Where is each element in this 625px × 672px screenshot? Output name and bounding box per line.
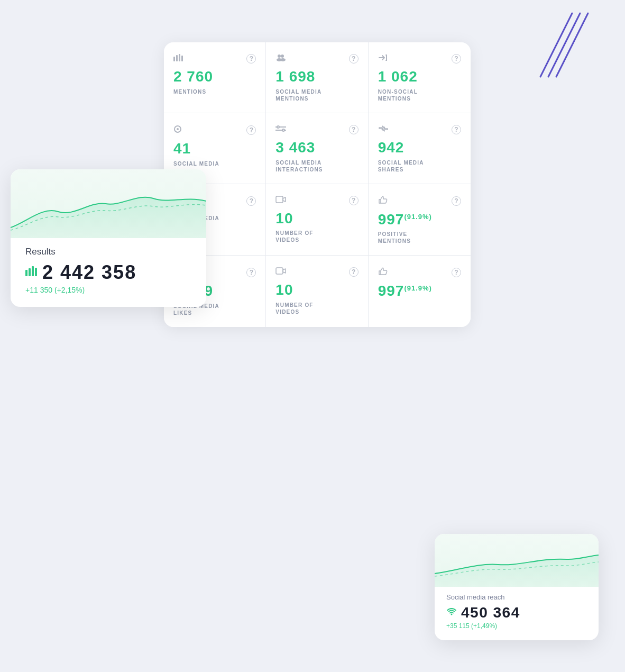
metric-shares: ? 942 SOCIAL MEDIASHARES xyxy=(369,113,471,184)
metric-positive-2: ? 997(91.9%) xyxy=(369,256,471,327)
video-icon xyxy=(275,196,286,205)
svg-point-7 xyxy=(278,55,281,58)
reach-chart xyxy=(435,534,599,587)
svg-rect-20 xyxy=(25,270,27,276)
metric-value-videos1: 10 xyxy=(275,211,293,227)
metric-interactions: ? 3 463 SOCIAL MEDIAINTERACTIONS xyxy=(266,113,368,184)
metric-label-social-mentions: SOCIAL MEDIAMENTIONS xyxy=(275,88,321,102)
metric-videos-1: ? 10 NUMBER OFVIDEOS xyxy=(266,184,368,256)
wifi-icon xyxy=(446,607,457,619)
metric-value-shares: 942 xyxy=(378,140,405,156)
metric-non-social: ? 1 062 NON-SOCIALMENTIONS xyxy=(369,42,471,113)
metric-social-mentions: ? 1 698 SOCIAL MEDIAMENTIONS xyxy=(266,42,368,113)
help-icon-12[interactable]: ? xyxy=(452,268,461,277)
metric-label-positive: POSITIVEMENTIONS xyxy=(378,231,411,244)
metric-value-social-mentions: 1 698 xyxy=(275,69,315,85)
positive2-sup: (91.9%) xyxy=(404,284,432,292)
reach-main-row: 450 364 xyxy=(446,604,587,621)
help-icon-2[interactable]: ? xyxy=(349,54,359,63)
metric-value-positive2: 997(91.9%) xyxy=(378,283,432,299)
results-body: Results 2 442 358 +11 350 (+2,15%) xyxy=(11,238,206,294)
circle-icon xyxy=(173,125,182,135)
metric-videos-2: ? 10 NUMBER OFVIDEOS xyxy=(266,256,368,327)
thumbup-icon xyxy=(378,196,388,206)
help-icon-9[interactable]: ? xyxy=(452,196,461,206)
metric-label-shares: SOCIAL MEDIASHARES xyxy=(378,159,424,173)
help-icon-6[interactable]: ? xyxy=(452,125,461,134)
filter-icon xyxy=(275,125,286,134)
metric-label-mentions: MENTIONS xyxy=(173,88,206,95)
metrics-card: ? 2 760 MENTIONS ? 1 698 SOCIAL MEDIAMEN… xyxy=(164,42,471,327)
svg-rect-23 xyxy=(35,268,37,276)
svg-rect-22 xyxy=(32,266,34,276)
share-arrow-icon xyxy=(378,54,388,63)
metric-mentions: ? 2 760 MENTIONS xyxy=(164,42,266,113)
metric-label-partial1: SOCIAL MEDIA xyxy=(173,160,219,167)
metric-label-interactions: SOCIAL MEDIAINTERACTIONS xyxy=(275,159,323,173)
metric-label-videos1: NUMBER OFVIDEOS xyxy=(275,230,313,243)
svg-rect-5 xyxy=(179,54,180,61)
bar-chart-green-icon xyxy=(25,266,37,279)
reach-title: Social media reach xyxy=(446,593,587,601)
metric-value-non-social: 1 062 xyxy=(378,69,418,85)
metrics-grid: ? 2 760 MENTIONS ? 1 698 SOCIAL MEDIAMEN… xyxy=(164,42,471,327)
help-icon-4[interactable]: ? xyxy=(246,125,256,135)
thumbup2-icon xyxy=(378,267,388,278)
svg-rect-3 xyxy=(173,57,175,61)
svg-point-8 xyxy=(281,55,284,58)
results-chart xyxy=(11,169,206,238)
metric-value-mentions: 2 760 xyxy=(173,69,213,85)
positive-sup: (91.9%) xyxy=(404,212,432,220)
svg-point-12 xyxy=(177,128,179,130)
help-icon-10[interactable]: ? xyxy=(246,268,256,277)
metric-value-partial1: 41 xyxy=(173,141,191,157)
metric-value-videos2: 10 xyxy=(275,282,293,298)
help-icon-11[interactable]: ? xyxy=(349,267,359,277)
svg-line-0 xyxy=(540,13,572,77)
help-icon-8[interactable]: ? xyxy=(349,196,359,205)
help-icon-1[interactable]: ? xyxy=(246,54,256,63)
video2-icon xyxy=(275,267,286,277)
metric-label-videos2: NUMBER OFVIDEOS xyxy=(275,302,313,315)
svg-rect-19 xyxy=(276,268,283,274)
retweet-icon xyxy=(378,125,389,134)
metric-label-non-social: NON-SOCIALMENTIONS xyxy=(378,88,418,102)
svg-rect-4 xyxy=(176,55,178,61)
results-widget: Results 2 442 358 +11 350 (+2,15%) xyxy=(11,169,206,307)
svg-point-10 xyxy=(280,58,286,61)
decorative-lines xyxy=(530,11,593,79)
bar-chart-icon xyxy=(173,54,183,63)
people-icon xyxy=(275,54,286,63)
results-change: +11 350 (+2,15%) xyxy=(25,286,191,294)
help-icon-5[interactable]: ? xyxy=(349,125,359,134)
svg-point-16 xyxy=(282,129,284,131)
metric-value-positive: 997(91.9%) xyxy=(378,212,432,228)
results-main-row: 2 442 358 xyxy=(25,261,191,284)
reach-number: 450 364 xyxy=(461,604,520,621)
results-title: Results xyxy=(25,247,191,257)
reach-body: Social media reach 450 364 +35 115 (+1,4… xyxy=(435,587,599,630)
results-number: 2 442 358 xyxy=(42,261,136,284)
svg-line-2 xyxy=(556,13,588,77)
metric-positive: ? 997(91.9%) POSITIVEMENTIONS xyxy=(369,184,471,256)
help-icon-3[interactable]: ? xyxy=(452,54,461,63)
help-icon-7[interactable]: ? xyxy=(246,196,256,206)
metric-value-interactions: 3 463 xyxy=(275,140,315,156)
reach-change: +35 115 (+1,49%) xyxy=(446,622,587,630)
svg-line-1 xyxy=(548,13,580,77)
svg-rect-18 xyxy=(276,196,283,203)
svg-point-15 xyxy=(277,126,279,128)
svg-rect-6 xyxy=(181,56,183,61)
reach-widget: Social media reach 450 364 +35 115 (+1,4… xyxy=(435,534,599,640)
svg-rect-21 xyxy=(29,268,31,276)
